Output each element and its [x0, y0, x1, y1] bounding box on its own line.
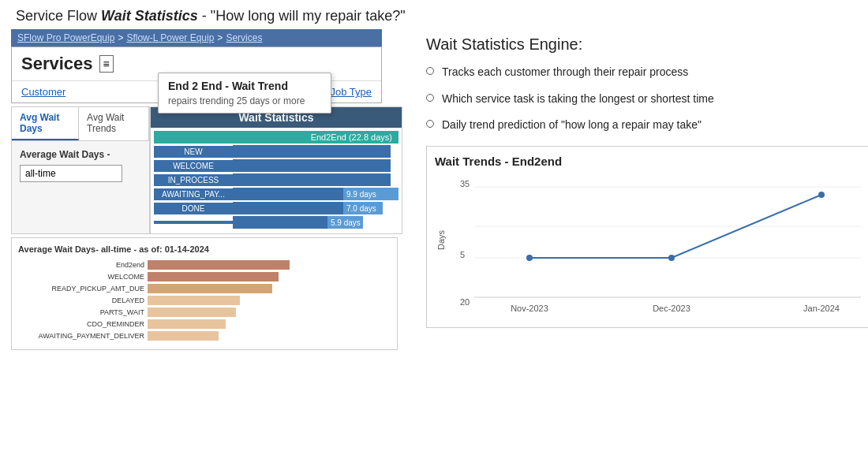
bar-fill: [148, 260, 290, 270]
svg-text:20: 20: [460, 297, 470, 307]
bar-label: End2end: [18, 261, 144, 269]
bar-row: PARTS_WAIT: [18, 308, 391, 317]
bar-row: End2end: [18, 260, 391, 270]
bar-fill: [148, 284, 272, 293]
right-title: Wait Statistics Engine:: [426, 35, 868, 54]
tabs-row: Avg Wait Days Avg Wait Trends: [12, 107, 149, 141]
wait-trends-section: Wait Trends - End2end 35 5 20 Days Nov-2…: [426, 146, 868, 328]
bar-chart-container: End2endWELCOMEREADY_PICKUP_AMT_DUEDELAYE…: [18, 260, 391, 341]
bar-fill: [148, 331, 219, 341]
services-menu-icon[interactable]: ≡: [99, 55, 114, 73]
col-jobtype[interactable]: Job Type: [330, 86, 372, 98]
title-italic: Wait Statistics: [101, 8, 198, 24]
bullet-circle-2: [426, 94, 434, 102]
bullet-item-3: Daily trend prediction of "how long a re…: [426, 117, 868, 133]
bullet-text-2: Which service task is taking the longest…: [442, 91, 714, 107]
wait-trends-title: Wait Trends - End2end: [435, 155, 868, 168]
avg-wait-content: Average Wait Days -: [12, 141, 149, 190]
bar-label: READY_PICKUP_AMT_DUE: [18, 285, 144, 293]
ws-row-extra: 5.9 days: [154, 216, 398, 229]
bar-fill: [148, 319, 226, 329]
services-card: Services ≡ End 2 End - Wait Trend repair…: [11, 47, 382, 103]
bar-fill: [148, 272, 279, 281]
svg-text:Jan-2024: Jan-2024: [803, 304, 840, 313]
title-suffix: - "How long will my repair take?": [198, 8, 406, 24]
dropdown-subtitle: repairs trending 25 days or more: [168, 95, 321, 106]
ws-bar-done-blue: [233, 202, 343, 214]
svg-text:Nov-2023: Nov-2023: [511, 304, 548, 313]
bullet-circle-3: [426, 120, 434, 128]
right-description: Wait Statistics Engine: Tracks each cust…: [426, 35, 868, 133]
ws-bar-done-teal-7: 7.0 days: [343, 202, 383, 214]
bullet-text-1: Tracks each customer through their repai…: [442, 65, 688, 80]
page-title: Service Flow Wait Statistics - "How long…: [0, 0, 868, 29]
ws-row-done: DONE 7.0 days: [154, 202, 398, 214]
ws-bar-extra-59: 5.9 days: [327, 216, 363, 229]
bullet-text-3: Daily trend prediction of "how long a re…: [442, 117, 702, 133]
ws-row-inprocess: IN_PROCESS: [154, 173, 398, 186]
services-title: Services: [21, 54, 93, 74]
ws-bar-awaiting-blue: [233, 188, 343, 200]
svg-point-13: [818, 192, 825, 198]
bar-fill: [148, 308, 236, 317]
bullet-list: Tracks each customer through their repai…: [426, 65, 868, 133]
dropdown-menu: End 2 End - Wait Trend repairs trending …: [158, 73, 331, 114]
bar-fill: [148, 296, 240, 305]
breadcrumb-item-2[interactable]: Sflow-L Power Equip: [126, 32, 214, 43]
svg-point-12: [668, 255, 675, 261]
ws-bar-awaiting-teal: 9.9 days: [343, 188, 398, 200]
bar-row: DELAYED: [18, 296, 391, 305]
end2end-bar: End2End (22.8 days): [154, 131, 398, 144]
avg-bar-title: Average Wait Days- all-time - as of: 01-…: [18, 244, 391, 254]
breadcrumb-item-3[interactable]: Services: [226, 32, 262, 43]
breadcrumb-item-1[interactable]: SFlow Pro PowerEquip: [17, 32, 114, 43]
breadcrumb: SFlow Pro PowerEquip > Sflow-L Power Equ…: [11, 29, 382, 47]
ws-bar-extra: [233, 216, 327, 229]
bullet-item-2: Which service task is taking the longest…: [426, 91, 868, 107]
ws-row-welcome: WELCOME: [154, 159, 398, 172]
bullet-item-1: Tracks each customer through their repai…: [426, 65, 868, 80]
tab-avg-wait-trends[interactable]: Avg Wait Trends: [79, 107, 149, 140]
svg-text:Days: Days: [436, 229, 446, 250]
bar-label: WELCOME: [18, 273, 144, 281]
tab-avg-wait-days[interactable]: Avg Wait Days: [12, 107, 79, 140]
svg-point-11: [526, 255, 533, 261]
dropdown-title: End 2 End - Wait Trend: [168, 80, 321, 92]
wait-trends-chart: 35 5 20 Days Nov-2023 Dec-2023 Jan-2024: [435, 171, 868, 317]
avg-wait-input[interactable]: [20, 165, 122, 182]
svg-text:Dec-2023: Dec-2023: [653, 304, 690, 313]
ws-bar-welcome: [233, 159, 391, 172]
avg-wait-tab-panel: Avg Wait Days Avg Wait Trends Average Wa…: [11, 106, 150, 234]
ws-row-awaiting: AWAITING_PAY... 9.9 days: [154, 188, 398, 200]
bar-row: READY_PICKUP_AMT_DUE: [18, 284, 391, 293]
bar-label: DELAYED: [18, 296, 144, 304]
ws-row-new: NEW: [154, 145, 398, 158]
ws-bar-inprocess: [233, 173, 391, 186]
bar-row: WELCOME: [18, 272, 391, 281]
ws-bar-new: [233, 145, 391, 158]
wait-stats-body: End2End (22.8 days) NEW WELCOME IN_PR: [151, 128, 402, 233]
bar-row: AWAITING_PAYMENT_DELIVER: [18, 331, 391, 341]
title-prefix: Service Flow: [16, 8, 101, 24]
avg-bar-chart: Average Wait Days- all-time - as of: 01-…: [11, 237, 398, 350]
col-customer[interactable]: Customer: [21, 86, 65, 98]
bullet-circle-1: [426, 67, 434, 75]
bar-label: CDO_REMINDER: [18, 320, 144, 328]
end2end-label: End2End (22.8 days): [311, 132, 392, 142]
bar-label: AWAITING_PAYMENT_DELIVER: [18, 332, 144, 340]
services-header: Services ≡ End 2 End - Wait Trend repair…: [12, 47, 381, 81]
wait-stats-panel: Wait Statistics End2End (22.8 days) NEW …: [150, 106, 402, 234]
svg-text:5: 5: [460, 250, 465, 259]
bar-row: CDO_REMINDER: [18, 319, 391, 329]
svg-text:35: 35: [460, 179, 470, 188]
bar-label: PARTS_WAIT: [18, 308, 144, 316]
avg-wait-label: Average Wait Days -: [20, 149, 141, 160]
